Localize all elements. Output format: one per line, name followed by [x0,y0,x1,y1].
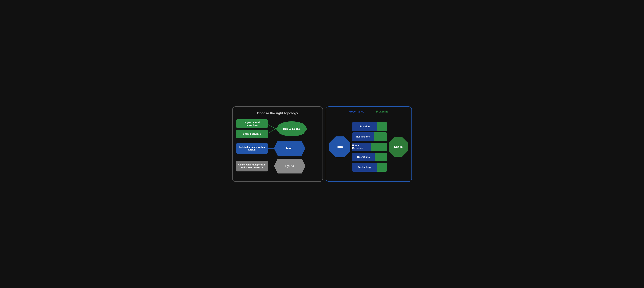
bar-blue-0: Function [352,122,377,131]
bar-item-regulations: Regulations [352,132,387,141]
hubspoke-labels: Organizational networking Shared service… [236,119,268,138]
hubspoke-shape: Hub & Spoke [276,121,308,136]
mesh-label: Isolated projects within a team [236,143,268,154]
hybrid-label: Connecting multiple hub and spoke networ… [236,161,268,171]
bar-green-4 [377,163,387,172]
bar-green-2 [371,143,387,151]
shared-services-label: Shared services [236,130,268,138]
svg-line-1 [268,129,276,133]
governance-header: Governance [349,110,364,113]
right-panel-body: Hub FunctionRegulationsHuman ResourceOpe… [330,116,408,178]
bar-green-1 [374,132,387,141]
hub-shape: Hub [330,136,350,157]
bar-green-0 [377,122,387,131]
bar-item-operations: Operations [352,153,387,161]
bars-column: FunctionRegulationsHuman ResourceOperati… [352,122,387,172]
bar-blue-3: Operations [352,153,375,161]
right-panel-header: Governance Flexibility [330,110,408,113]
bar-item-technology: Technology [352,163,387,172]
left-panel: Choose the right topology Organizational… [232,106,323,182]
bar-item-function: Function [352,122,387,131]
flexibility-header: Flexibility [376,110,388,113]
mesh-connector [268,148,274,149]
mesh-shape: Mesh [274,141,306,156]
hybrid-shape: Hybrid [274,159,306,174]
main-container: Choose the right topology Organizational… [232,106,412,182]
svg-line-0 [268,124,276,129]
right-panel: Governance Flexibility Hub FunctionRegul… [326,106,412,182]
left-panel-title: Choose the right topology [236,111,319,115]
mesh-row: Isolated projects within a team Mesh [236,141,319,156]
spoke-shape: Spoke [389,137,408,157]
hybrid-row: Connecting multiple hub and spoke networ… [236,159,319,174]
org-networking-label: Organizational networking [236,119,268,128]
hubspoke-connector [268,120,276,138]
bar-blue-4: Technology [352,163,377,172]
bar-green-3 [375,153,387,161]
hybrid-connector [268,166,274,166]
bar-item-human-resource: Human Resource [352,143,387,151]
bar-blue-2: Human Resource [352,143,371,151]
hubspoke-row: Organizational networking Shared service… [236,119,319,138]
bar-blue-1: Regulations [352,132,374,141]
